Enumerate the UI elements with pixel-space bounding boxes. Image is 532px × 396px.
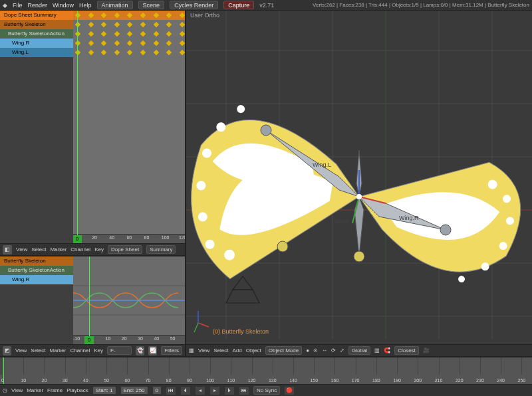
keyframe[interactable] <box>127 41 132 46</box>
vp-menu-view[interactable]: View <box>198 347 209 353</box>
ds-menu-key[interactable]: Key <box>94 247 104 252</box>
ge-row-object[interactable]: Butterfly Skeleton <box>0 256 73 266</box>
keyframe[interactable] <box>166 41 172 46</box>
ds-mode-dropdown[interactable]: Dope Sheet <box>108 245 142 254</box>
keyframe[interactable] <box>88 41 93 46</box>
menu-file[interactable]: File <box>13 2 23 9</box>
ds-menu-view[interactable]: View <box>16 247 27 252</box>
ghost-curves-icon[interactable]: 👻 <box>136 346 144 355</box>
keyframe[interactable] <box>88 50 93 55</box>
ge-menu-select[interactable]: Select <box>31 347 45 353</box>
keyframe[interactable] <box>114 41 120 46</box>
tl-menu-view[interactable]: View <box>11 387 23 393</box>
timeline-track[interactable]: 0102030405060708090100110120130140150160… <box>0 357 532 384</box>
menu-window[interactable]: Window <box>53 2 74 9</box>
editor-type-icon[interactable]: ▦ <box>189 347 194 353</box>
keyframe[interactable] <box>140 50 146 55</box>
layers-icon[interactable]: ▥ <box>374 347 380 353</box>
play-reverse-button[interactable]: ◂ <box>195 386 205 395</box>
ge-row-wingr[interactable]: Wing.R <box>0 275 73 284</box>
ge-time-cursor[interactable] <box>89 256 90 344</box>
snap-magnet-icon[interactable]: 🧲 <box>384 347 390 353</box>
keyframe-next-button[interactable]: ⏵ <box>224 386 235 395</box>
keyframe[interactable] <box>75 50 80 55</box>
ds-row-wingr[interactable]: Wing.R <box>0 39 73 48</box>
shading-solid-icon[interactable]: ● <box>306 347 309 353</box>
graph-canvas[interactable]: -100102030405060 0 <box>73 256 185 344</box>
menu-render[interactable]: Render <box>28 2 48 9</box>
keyframe[interactable] <box>101 31 106 37</box>
vp-menu-select[interactable]: Select <box>213 347 228 353</box>
keyframe[interactable] <box>140 31 146 37</box>
keyframe[interactable] <box>180 50 185 55</box>
keyframe[interactable] <box>114 22 120 27</box>
dope-sheet-graph[interactable]: 020406080100120 0 <box>73 11 185 243</box>
ge-menu-channel[interactable]: Channel <box>70 347 90 353</box>
keyframe[interactable] <box>166 13 172 18</box>
keyframe-prev-button[interactable]: ⏴ <box>180 386 191 395</box>
keyframe[interactable] <box>101 41 106 46</box>
keyframe[interactable] <box>114 31 120 37</box>
ds-menu-channel[interactable]: Channel <box>70 247 90 252</box>
jump-start-button[interactable]: ⏮ <box>166 386 176 395</box>
keyframe[interactable] <box>180 13 185 18</box>
normalize-icon[interactable]: 📈 <box>148 346 157 355</box>
pivot-icon[interactable]: ⊙ <box>313 347 318 353</box>
ds-menu-marker[interactable]: Marker <box>50 247 66 252</box>
keyframe[interactable] <box>166 50 172 55</box>
keyframe[interactable] <box>127 13 132 18</box>
mode-dropdown[interactable]: Object Mode <box>265 346 302 355</box>
vp-menu-add[interactable]: Add <box>232 347 241 353</box>
3d-viewport[interactable]: User Ortho <box>186 11 532 344</box>
keyframe[interactable] <box>75 41 80 46</box>
snap-target-dropdown[interactable]: Closest <box>394 346 419 355</box>
scene-dropdown[interactable]: Scene <box>138 1 165 9</box>
keyframe[interactable] <box>101 22 106 27</box>
ds-frame-handle[interactable]: 0 <box>73 235 82 243</box>
ds-filter-button[interactable]: Summary <box>146 245 176 254</box>
keyframe[interactable] <box>180 41 185 46</box>
keyframe[interactable] <box>180 31 185 37</box>
ds-lane[interactable] <box>73 11 185 20</box>
keyframe[interactable] <box>101 50 106 55</box>
keyframe[interactable] <box>114 13 120 18</box>
ge-row-action[interactable]: Butterfly SkeletonAction <box>0 266 73 275</box>
render-preview-icon[interactable]: 🎥 <box>423 347 430 353</box>
engine-dropdown[interactable]: Cycles Render <box>170 1 218 9</box>
keyframe[interactable] <box>140 41 146 46</box>
keyframe[interactable] <box>153 13 158 18</box>
ds-time-cursor[interactable] <box>77 11 78 243</box>
graph-channels[interactable]: Butterfly Skeleton Butterfly SkeletonAct… <box>0 256 73 344</box>
layout-dropdown[interactable]: Animation <box>97 1 133 9</box>
keyframe[interactable] <box>127 22 132 27</box>
manipulator-scale-icon[interactable]: ⤢ <box>340 347 344 353</box>
ge-filters-button[interactable]: Filters <box>161 346 182 355</box>
keyframe[interactable] <box>127 50 132 55</box>
keyframe[interactable] <box>166 31 172 37</box>
keyframe[interactable] <box>153 41 158 46</box>
end-frame-field[interactable]: End: 250 <box>120 386 148 395</box>
keyframe[interactable] <box>75 13 80 18</box>
ds-row-wingl[interactable]: Wing.L <box>0 48 73 57</box>
manipulator-translate-icon[interactable]: ↔ <box>322 347 327 353</box>
keyframe[interactable] <box>88 31 93 37</box>
start-frame-field[interactable]: Start: 1 <box>92 386 116 395</box>
keyframe[interactable] <box>166 22 172 27</box>
dope-sheet-channels[interactable]: Dope Sheet Summary Butterfly Skeleton Bu… <box>0 11 73 243</box>
current-frame-field[interactable]: 0 <box>152 386 162 395</box>
ge-menu-view[interactable]: View <box>15 347 27 353</box>
keyframe[interactable] <box>153 31 158 37</box>
keyframe[interactable] <box>153 22 158 27</box>
vp-menu-object[interactable]: Object <box>246 347 261 353</box>
keyframe[interactable] <box>180 22 185 27</box>
ds-menu-select[interactable]: Select <box>31 247 46 252</box>
keyframe[interactable] <box>153 50 158 55</box>
ge-frame-handle[interactable]: 0 <box>84 336 94 344</box>
capture-button[interactable]: Capture <box>223 1 254 9</box>
editor-type-icon[interactable]: ◩ <box>3 346 11 355</box>
tl-menu-playback[interactable]: Playback <box>66 387 88 393</box>
ds-row-object[interactable]: Butterfly Skeleton <box>0 20 73 29</box>
ds-lane[interactable] <box>73 39 185 48</box>
keyframe[interactable] <box>88 13 93 18</box>
ds-lane[interactable] <box>73 29 185 39</box>
